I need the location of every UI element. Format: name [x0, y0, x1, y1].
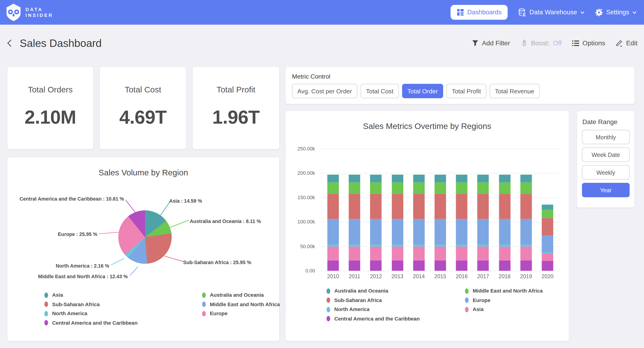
bar-segment — [370, 175, 382, 183]
bar-segment — [499, 175, 510, 183]
gridline — [320, 271, 560, 271]
metric-button-total-profit[interactable]: Total Profit — [446, 84, 486, 98]
edit-pencil-icon — [616, 40, 623, 47]
bar-segment — [520, 244, 532, 246]
metric-button-total-order[interactable]: Total Order — [402, 84, 443, 98]
stacked-bar-2015[interactable] — [434, 175, 446, 271]
top-nav: DATA INSIDER Dashboards — [0, 0, 644, 25]
legend-item[interactable]: Europe — [465, 297, 543, 303]
metric-button-total-revenue[interactable]: Total Revenue — [490, 84, 540, 98]
metric-button-avg-cost-per-order[interactable]: Avg. Cost per Order — [292, 84, 357, 98]
legend-item[interactable]: Sub-Saharan Africa — [326, 297, 420, 303]
bar-segment — [542, 218, 553, 235]
page-header: Sales Dashboard Add Filter Boost: Off — [0, 25, 644, 62]
legend-dot — [465, 297, 469, 303]
legend-dot — [44, 311, 48, 316]
y-axis-tick-label: 50.00k — [286, 244, 315, 249]
pie-callout-middle-east-north-africa: Middle East and North Africa : 12.43 % — [38, 274, 128, 279]
legend-dot — [44, 301, 48, 307]
bar-segment — [327, 246, 339, 260]
kpi-value: 4.69T — [100, 106, 186, 128]
options-label: Options — [582, 40, 605, 47]
bar-segment — [520, 175, 532, 183]
metric-button-total-cost[interactable]: Total Cost — [360, 84, 399, 98]
legend-label: Europe — [472, 297, 490, 303]
bar-segment — [392, 219, 403, 244]
bar-segment — [499, 246, 510, 260]
bar-segment — [478, 182, 489, 194]
legend-dot — [202, 292, 206, 298]
y-axis-tick-label: 100.00k — [286, 219, 315, 225]
legend-dot — [465, 307, 469, 312]
pie-callout-sub-saharan-africa: Sub-Saharan Africa : 25.95 % — [183, 260, 251, 265]
legend-dot — [326, 307, 330, 312]
chevron-down-icon — [632, 11, 636, 14]
legend-item[interactable]: Australia and Oceania — [202, 292, 280, 298]
legend-dot — [202, 311, 206, 316]
nav-data-warehouse[interactable]: Data Warehouse — [518, 8, 584, 17]
stacked-bar-2018[interactable] — [499, 175, 510, 271]
bar-segment — [370, 244, 382, 246]
owl-logo-icon — [6, 3, 22, 21]
x-axis-tick-label: 2020 — [535, 273, 560, 279]
x-axis-tick-label: 2012 — [364, 273, 388, 279]
bar-segment — [349, 175, 360, 183]
legend-item[interactable]: Asia — [465, 306, 543, 312]
stacked-bar-2011[interactable] — [349, 175, 360, 271]
stacked-bar-2017[interactable] — [478, 175, 489, 271]
legend-label: Australia and Oceania — [334, 288, 388, 294]
bar-segment — [434, 175, 446, 183]
legend-item[interactable]: North America — [326, 306, 420, 312]
bar-segment — [542, 235, 553, 253]
kpi-value: 1.96T — [193, 106, 279, 128]
pie-chart[interactable] — [118, 210, 172, 264]
edit-button[interactable]: Edit — [616, 40, 637, 47]
add-filter-button[interactable]: Add Filter — [472, 40, 510, 47]
nav-dashboards-button[interactable]: Dashboards — [450, 5, 508, 20]
legend-label: Sub-Saharan Africa — [52, 301, 100, 307]
legend-item[interactable]: Central America and the Caribbean — [44, 320, 138, 325]
bar-segment — [349, 182, 360, 194]
data-warehouse-icon — [518, 8, 526, 17]
nav-settings[interactable]: Settings — [595, 8, 636, 16]
date-range-week-date-button[interactable]: Week Date — [582, 147, 630, 162]
bar-segment — [434, 260, 446, 271]
date-range-monthly-button[interactable]: Monthly — [582, 130, 630, 144]
bar-segment — [349, 246, 360, 260]
bar-segment — [434, 182, 446, 194]
date-range-weekly-button[interactable]: Weekly — [582, 165, 630, 180]
legend-item[interactable]: Middle East and North Africa — [465, 288, 543, 294]
back-chevron-icon[interactable] — [6, 39, 12, 47]
bar-segment — [413, 219, 424, 244]
stacked-bar-2020[interactable] — [542, 205, 553, 271]
legend-item[interactable]: Australia and Oceania — [326, 288, 420, 294]
legend-item[interactable]: Europe — [202, 310, 280, 316]
boost-toggle[interactable]: Boost: Off — [521, 40, 562, 47]
legend-item[interactable]: North America — [44, 310, 138, 316]
bar-segment — [370, 246, 382, 260]
stacked-bar-2010[interactable] — [327, 175, 339, 271]
bar-segment — [392, 260, 403, 271]
metric-control-card: Metric Control Avg. Cost per Order Total… — [286, 67, 634, 104]
stacked-bar-2016[interactable] — [456, 175, 468, 271]
stacked-bar-2013[interactable] — [392, 175, 403, 271]
legend-item[interactable]: Asia — [44, 292, 138, 298]
legend-item[interactable]: Central America and the Caribbean — [326, 316, 420, 321]
options-list-icon — [572, 40, 579, 46]
edit-label: Edit — [626, 40, 638, 47]
stacked-bar-2019[interactable] — [520, 175, 532, 271]
nav-settings-label: Settings — [606, 9, 629, 16]
bar-segment — [499, 260, 510, 271]
chevron-down-icon — [580, 11, 584, 14]
stacked-bar-2014[interactable] — [413, 175, 424, 271]
x-axis-tick-label: 2014 — [406, 273, 431, 279]
legend-item[interactable]: Sub-Saharan Africa — [44, 301, 138, 307]
stacked-bar-2012[interactable] — [370, 175, 382, 271]
legend-item[interactable]: Middle East and North Africa — [202, 301, 280, 307]
bar-segment — [478, 219, 489, 244]
date-range-year-button[interactable]: Year — [582, 183, 630, 197]
options-button[interactable]: Options — [572, 40, 605, 47]
pie-callout-asia: Asia : 14.59 % — [169, 198, 202, 204]
bar-segment — [413, 244, 424, 246]
page-title: Sales Dashboard — [20, 37, 102, 50]
